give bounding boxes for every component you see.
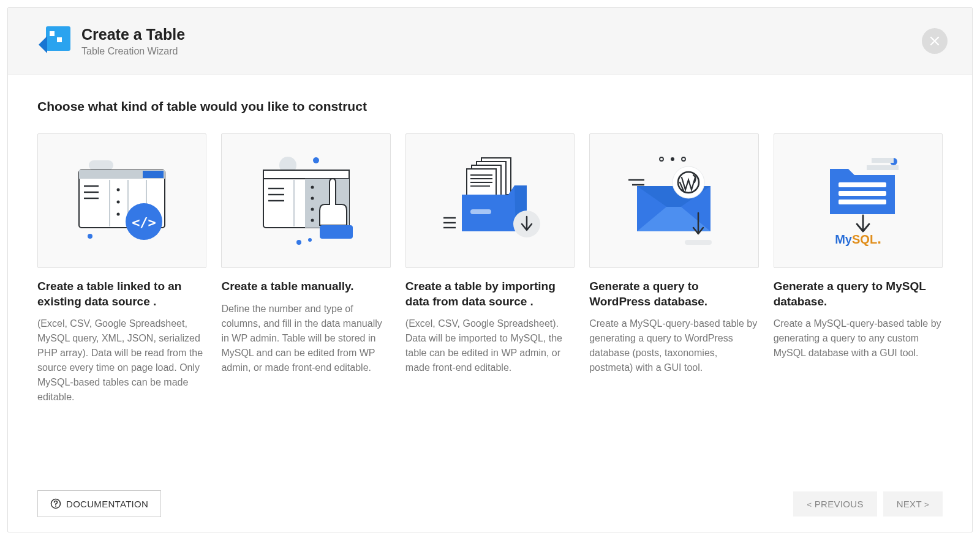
page-title: Create a Table (81, 26, 185, 43)
wizard-content: Choose what kind of table would you like… (8, 75, 972, 478)
svg-point-31 (311, 219, 314, 222)
card-title: Generate a query to WordPress database. (589, 279, 758, 309)
card-description: Create a MySQL-query-based table by gene… (774, 316, 943, 360)
svg-point-29 (311, 197, 314, 200)
wizard-footer: DOCUMENTATION < PREVIOUS NEXT > (8, 478, 972, 532)
card-manual[interactable]: Create a table manually. Define the numb… (221, 133, 390, 405)
card-import-illustration (405, 133, 575, 268)
content-heading: Choose what kind of table would you like… (37, 99, 943, 114)
svg-point-49 (671, 157, 674, 161)
card-description: Define the number and type of columns, a… (221, 302, 390, 375)
previous-label: PREVIOUS (815, 499, 864, 509)
svg-rect-55 (685, 240, 712, 245)
card-title: Create a table manually. (221, 279, 390, 294)
documentation-label: DOCUMENTATION (66, 499, 148, 509)
svg-point-48 (660, 157, 663, 161)
close-icon (930, 36, 940, 46)
svg-point-16 (88, 234, 92, 239)
card-title: Create a table linked to an existing dat… (37, 279, 206, 309)
svg-point-15 (117, 213, 120, 216)
card-import[interactable]: Create a table by importing data from da… (405, 133, 575, 405)
card-title: Create a table by importing data from da… (405, 279, 575, 309)
page-subtitle: Table Creation Wizard (81, 46, 185, 57)
svg-rect-32 (320, 225, 353, 239)
card-wordpress-illustration (589, 133, 758, 268)
svg-rect-58 (867, 165, 899, 170)
svg-point-14 (117, 201, 120, 204)
svg-rect-2 (57, 37, 62, 42)
close-button[interactable] (922, 28, 948, 54)
wizard-header: Create a Table Table Creation Wizard (8, 8, 972, 75)
card-description: Create a MySQL-query-based table by gene… (589, 316, 758, 375)
chevron-left-icon: < (807, 500, 812, 509)
card-description: (Excel, CSV, Google Spreadsheet). Data w… (405, 316, 575, 375)
svg-rect-59 (839, 182, 886, 187)
svg-point-50 (682, 157, 685, 161)
next-label: NEXT (897, 499, 922, 509)
nav-buttons: < PREVIOUS NEXT > (793, 491, 943, 517)
card-linked-source-illustration: </> (37, 133, 206, 268)
card-mysql-query[interactable]: MySQL. Generate a query to MySQL databas… (774, 133, 943, 405)
svg-point-64 (55, 506, 56, 507)
card-description: (Excel, CSV, Google Spreadsheet, MySQL q… (37, 316, 206, 405)
card-wordpress-query[interactable]: Generate a query to WordPress database. … (589, 133, 758, 405)
card-manual-illustration (221, 133, 390, 268)
svg-point-13 (117, 188, 120, 192)
svg-rect-60 (839, 191, 886, 196)
card-row: </> Create a table linked to an existing… (37, 133, 943, 405)
header-titles: Create a Table Table Creation Wizard (81, 26, 185, 57)
header-left: Create a Table Table Creation Wizard (39, 25, 185, 57)
svg-point-28 (311, 186, 314, 189)
chevron-right-icon: > (924, 500, 929, 509)
svg-point-34 (308, 238, 312, 242)
previous-button[interactable]: < PREVIOUS (793, 491, 876, 517)
documentation-button[interactable]: DOCUMENTATION (37, 490, 161, 517)
svg-rect-1 (50, 31, 55, 36)
wizard-panel: Create a Table Table Creation Wizard Cho… (7, 7, 973, 532)
svg-rect-3 (89, 160, 113, 170)
next-button[interactable]: NEXT > (883, 491, 943, 517)
svg-rect-22 (263, 170, 349, 179)
svg-rect-61 (839, 200, 886, 204)
svg-text:MySQL.: MySQL. (835, 230, 881, 247)
help-icon (50, 498, 61, 509)
card-title: Generate a query to MySQL database. (774, 279, 943, 309)
card-mysql-illustration: MySQL. (774, 133, 943, 268)
wizard-logo-icon (39, 25, 70, 57)
svg-rect-43 (470, 209, 491, 214)
svg-rect-57 (872, 158, 894, 163)
svg-point-30 (311, 208, 314, 211)
svg-point-33 (296, 240, 301, 245)
svg-point-20 (313, 157, 319, 163)
svg-rect-6 (143, 171, 164, 178)
card-linked-source[interactable]: </> Create a table linked to an existing… (37, 133, 206, 405)
svg-text:</>: </> (132, 215, 156, 230)
